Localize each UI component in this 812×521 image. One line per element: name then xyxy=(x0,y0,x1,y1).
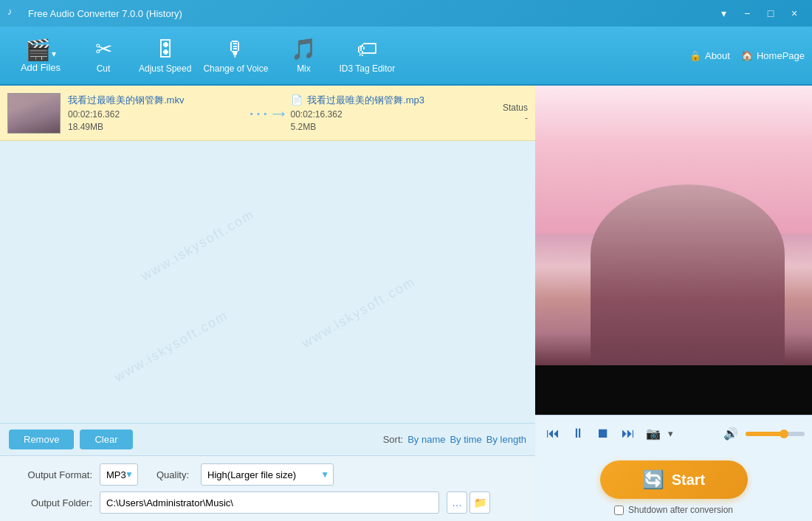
skip-forward-button[interactable]: ⏭ xyxy=(618,424,639,444)
watermark-2: www.iskysoft.com xyxy=(299,274,418,351)
scene-bottom xyxy=(535,365,812,415)
about-label: About xyxy=(705,50,730,61)
home-icon: 🏠 xyxy=(741,50,753,61)
output-folder-input[interactable] xyxy=(100,491,439,514)
id3-icon: 🏷 xyxy=(357,37,377,61)
convert-arrow: ⋯→ xyxy=(247,101,291,125)
add-files-label: Add Files xyxy=(21,62,61,73)
table-row[interactable]: 我看过最唯美的钢管舞.mkv 00:02:16.362 18.49MB ⋯→ 📄… xyxy=(0,86,535,141)
volume-icon: 🔊 xyxy=(723,427,738,441)
output-folder-label: Output Folder: xyxy=(11,497,92,508)
volume-fill xyxy=(746,432,784,436)
mix-button[interactable]: 🎵 Mix xyxy=(274,30,333,81)
format-row: Output Format: MP3 AAC FLAC OGG WAV M4A … xyxy=(11,463,524,486)
sort-label: Sort: xyxy=(383,434,403,445)
shutdown-label[interactable]: Shutdown after conversion xyxy=(628,505,733,515)
change-voice-label: Change of Voice xyxy=(203,63,268,74)
skip-back-button[interactable]: ⏮ xyxy=(543,424,563,444)
output-file-icon: 📄 xyxy=(291,94,303,106)
output-info: 📄 我看过最唯美的钢管舞.mp3 00:02:16.362 5.2MB xyxy=(291,94,469,132)
right-panel: ⏮ ⏸ ⏹ ⏭ 📷 ▾ 🔊 🔄 Start Shutdown after con… xyxy=(535,86,812,521)
sort-by-length[interactable]: By length xyxy=(486,434,526,445)
output-filename: 📄 我看过最唯美的钢管舞.mp3 xyxy=(291,94,469,107)
add-files-icon: 🎬 xyxy=(25,38,51,62)
volume-slider[interactable] xyxy=(746,432,805,436)
start-label: Start xyxy=(672,472,706,489)
add-files-dropdown-arrow: ▾ xyxy=(52,49,56,59)
output-format-select[interactable]: MP3 AAC FLAC OGG WAV M4A xyxy=(100,463,138,486)
stop-button[interactable]: ⏹ xyxy=(593,424,613,444)
format-select-wrapper: MP3 AAC FLAC OGG WAV M4A ▼ xyxy=(100,463,138,486)
adjust-speed-icon: 🎛 xyxy=(155,37,176,61)
maximize-btn[interactable]: □ xyxy=(760,4,781,22)
media-controls: ⏮ ⏸ ⏹ ⏭ 📷 ▾ 🔊 xyxy=(535,415,812,452)
open-folder-button[interactable]: 📁 xyxy=(469,491,490,514)
status-label: Status xyxy=(469,103,528,113)
lock-icon: 🔒 xyxy=(689,50,701,61)
start-section: 🔄 Start Shutdown after conversion xyxy=(535,452,812,521)
screenshot-dropdown-arrow[interactable]: ▾ xyxy=(668,428,673,439)
status-value: - xyxy=(469,113,528,123)
app-icon: ♪ xyxy=(7,6,22,21)
toolbar: 🎬 ▾ Add Files ✂ Cut 🎛 Adjust Speed 🎙 Cha… xyxy=(0,27,812,86)
close-btn[interactable]: × xyxy=(784,4,805,22)
homepage-label: HomePage xyxy=(757,50,805,61)
folder-buttons: … 📁 xyxy=(447,491,490,514)
start-button[interactable]: 🔄 Start xyxy=(600,460,748,499)
window-controls: ▾ − □ × xyxy=(713,4,805,22)
output-size: 5.2MB xyxy=(291,122,469,132)
output-duration: 00:02:16.362 xyxy=(291,109,469,120)
shutdown-row: Shutdown after conversion xyxy=(614,505,733,515)
output-format-label: Output Format: xyxy=(11,469,92,480)
about-button[interactable]: 🔒 About xyxy=(689,50,730,61)
win-menu-btn[interactable]: ▾ xyxy=(713,4,734,22)
file-thumbnail xyxy=(7,93,61,134)
video-preview xyxy=(535,86,812,415)
clear-button[interactable]: Clear xyxy=(80,429,132,449)
minimize-btn[interactable]: − xyxy=(737,4,757,22)
id3-tag-editor-button[interactable]: 🏷 ID3 Tag Editor xyxy=(333,30,401,81)
watermark-3: www.iskysoft.com xyxy=(111,308,230,385)
status-column: Status - xyxy=(469,103,528,123)
folder-row: Output Folder: … 📁 xyxy=(11,491,524,514)
video-frame xyxy=(535,86,812,415)
source-info: 我看过最唯美的钢管舞.mkv 00:02:16.362 18.49MB xyxy=(68,94,247,132)
main-area: 我看过最唯美的钢管舞.mkv 00:02:16.362 18.49MB ⋯→ 📄… xyxy=(0,86,812,521)
pause-button[interactable]: ⏸ xyxy=(568,424,588,444)
app-title: Free Audio Converter 7.0.0 (History) xyxy=(28,8,713,19)
cut-button[interactable]: ✂ Cut xyxy=(74,30,133,81)
file-list: 我看过最唯美的钢管舞.mkv 00:02:16.362 18.49MB ⋯→ 📄… xyxy=(0,86,535,423)
remove-button[interactable]: Remove xyxy=(9,429,74,449)
screenshot-button[interactable]: 📷 xyxy=(643,424,664,444)
toolbar-right: 🔒 About 🏠 HomePage xyxy=(689,50,805,61)
mix-label: Mix xyxy=(297,63,311,74)
bottom-bar: Remove Clear Sort: By name By time By le… xyxy=(0,423,535,455)
browse-folder-button[interactable]: … xyxy=(447,491,467,514)
quality-select-wrapper: High(Larger file size) Medium Low ▼ xyxy=(201,463,334,486)
start-icon: 🔄 xyxy=(642,469,664,490)
title-bar: ♪ Free Audio Converter 7.0.0 (History) ▾… xyxy=(0,0,812,27)
left-panel: 我看过最唯美的钢管舞.mkv 00:02:16.362 18.49MB ⋯→ 📄… xyxy=(0,86,535,521)
settings-bar: Output Format: MP3 AAC FLAC OGG WAV M4A … xyxy=(0,455,535,521)
shutdown-checkbox[interactable] xyxy=(614,506,624,515)
source-filename: 我看过最唯美的钢管舞.mkv xyxy=(68,94,247,107)
cut-label: Cut xyxy=(97,63,111,74)
sort-by-time[interactable]: By time xyxy=(450,434,481,445)
id3-label: ID3 Tag Editor xyxy=(339,63,395,74)
cut-icon: ✂ xyxy=(95,37,112,61)
adjust-speed-button[interactable]: 🎛 Adjust Speed xyxy=(133,30,197,81)
source-duration: 00:02:16.362 xyxy=(68,109,247,120)
quality-label: Quality: xyxy=(156,469,189,480)
source-size: 18.49MB xyxy=(68,122,247,132)
arrow-icon: ⋯→ xyxy=(248,101,289,125)
add-files-button[interactable]: 🎬 ▾ Add Files xyxy=(7,30,74,81)
adjust-speed-label: Adjust Speed xyxy=(139,63,191,74)
volume-thumb xyxy=(780,429,788,438)
watermark-1: www.iskysoft.com xyxy=(139,207,258,284)
homepage-button[interactable]: 🏠 HomePage xyxy=(741,50,805,61)
quality-select[interactable]: High(Larger file size) Medium Low xyxy=(201,463,334,486)
sort-by-name[interactable]: By name xyxy=(407,434,445,445)
change-of-voice-button[interactable]: 🎙 Change of Voice xyxy=(197,30,274,81)
sort-section: Sort: By name By time By length xyxy=(383,434,526,445)
mix-icon: 🎵 xyxy=(291,37,317,61)
